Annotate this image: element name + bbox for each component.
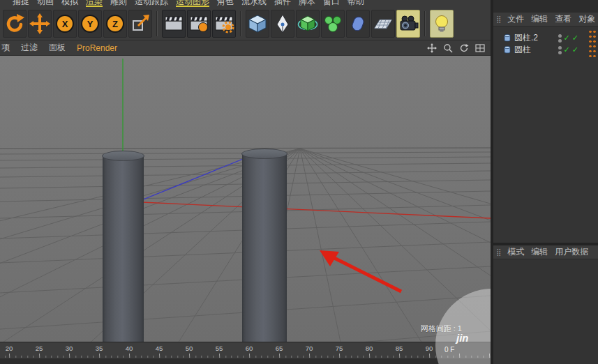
camera-icon[interactable] — [396, 10, 420, 38]
z-axis-lock-button[interactable]: Z — [103, 10, 127, 38]
zoom-icon[interactable] — [443, 43, 453, 53]
floor-grid-icon[interactable] — [371, 10, 395, 38]
timeline-frame-label: 90 — [426, 344, 433, 352]
viewport-menubar: 项 过滤面板 ProRender — [0, 40, 491, 56]
menu-item[interactable]: 捕捉 — [13, 0, 29, 7]
main-area: 捕捉动画模拟渲染雕刻运动跟踪运动图形角色流水线插件脚本窗口帮助 X Y Z — [0, 0, 491, 364]
timeline-end-label: 0 F — [444, 346, 454, 354]
y-axis-letter: Y — [81, 15, 99, 33]
timeline-frame-label: 55 — [216, 344, 223, 352]
render-view-icon[interactable] — [162, 10, 186, 38]
timeline-frame-label: 25 — [36, 344, 43, 352]
toolbar: X Y Z — [0, 8, 491, 40]
rotate-view-icon[interactable] — [459, 43, 469, 53]
tag-check-icon[interactable]: ✓ — [572, 33, 578, 43]
object-manager-menu-item[interactable]: 对象 — [575, 13, 598, 25]
viewport-nav-controls — [427, 43, 491, 53]
menu-item[interactable]: 角色 — [217, 0, 234, 7]
attribute-manager-header: ⣿ 模式编辑用户数据 — [493, 245, 598, 259]
cylinder-object-right[interactable] — [242, 153, 287, 342]
menu-item[interactable]: 动画 — [37, 0, 54, 7]
panel-grip-icon[interactable]: ⣿ — [496, 15, 501, 23]
right-panels: ⣿ 文件编辑查看对象 圆柱.2 ✓ ✓ 圆柱 — [493, 0, 598, 364]
undo-icon[interactable] — [3, 10, 27, 38]
timeline-minor-ticks — [0, 356, 491, 358]
object-row[interactable]: 圆柱 ✓ ✓ — [493, 44, 598, 56]
timeline-frame-label: 60 — [246, 344, 253, 352]
bottom-edge — [0, 358, 491, 364]
panel-top-edge — [493, 0, 598, 13]
modeling-spheres-icon[interactable] — [321, 10, 345, 38]
timeline-frame-label: 50 — [186, 344, 193, 352]
timeline-frame-label: 65 — [276, 344, 283, 352]
cylinder-object-left[interactable] — [103, 155, 144, 342]
menu-item[interactable]: 流水线 — [241, 0, 267, 7]
viewport-3d[interactable]: 网格间距 : 1 — [0, 56, 491, 342]
attribute-manager-menu-item[interactable]: 模式 — [504, 246, 528, 258]
timeline-frame-label: 30 — [66, 344, 73, 352]
toolbar-separator — [156, 11, 158, 36]
timeline-frame-label: 45 — [156, 344, 163, 352]
toggle-views-icon[interactable] — [475, 43, 485, 53]
menu-item[interactable]: 插件 — [274, 0, 291, 7]
timeline-frame-label: 20 — [6, 344, 13, 352]
toolbar-separator — [240, 11, 241, 36]
object-manager-header: ⣿ 文件编辑查看对象 — [493, 13, 598, 26]
pan-icon[interactable] — [427, 43, 437, 53]
object-row[interactable]: 圆柱.2 ✓ ✓ — [493, 32, 598, 44]
timeline-frame-label: 80 — [366, 344, 373, 352]
menu-item[interactable]: 雕刻 — [110, 0, 127, 7]
deformer-icon[interactable] — [346, 10, 370, 38]
menu-item[interactable]: 帮助 — [347, 0, 364, 7]
dock-handle-dots[interactable] — [588, 29, 597, 57]
object-manager-menu-item[interactable]: 文件 — [504, 13, 528, 25]
object-name[interactable]: 圆柱.2 — [514, 32, 538, 44]
viewport-menu-item[interactable]: 过滤 — [15, 42, 43, 54]
object-manager-menu-item[interactable]: 编辑 — [528, 13, 551, 25]
attribute-manager-menu-item[interactable]: 用户数据 — [551, 246, 592, 258]
viewport-menu-item[interactable]: 面板 — [43, 42, 71, 54]
tag-check-icon[interactable]: ✓ — [572, 45, 578, 54]
viewport-menu-prorender[interactable]: ProRender — [71, 43, 123, 53]
timeline-frame-label: 35 — [96, 344, 103, 352]
y-axis-lock-button[interactable]: Y — [78, 10, 102, 38]
pen-spline-icon[interactable] — [271, 10, 294, 38]
timeline-frame-label: 85 — [396, 344, 403, 352]
visibility-dots[interactable] — [558, 34, 562, 43]
enabled-check-icon[interactable]: ✓ — [564, 33, 570, 43]
x-axis-letter: X — [56, 15, 74, 33]
x-axis-lock-button[interactable]: X — [53, 10, 77, 38]
object-manager-list[interactable]: 圆柱.2 ✓ ✓ 圆柱 ✓ ✓ — [493, 26, 598, 243]
coordinate-system-icon[interactable] — [128, 10, 152, 38]
enabled-check-icon[interactable]: ✓ — [564, 45, 570, 54]
timeline-ruler[interactable]: 202530354045505560657075808590 0 F — [0, 342, 491, 358]
z-axis-letter: Z — [106, 15, 124, 33]
add-primitive-cube-icon[interactable] — [246, 10, 269, 38]
attribute-manager-menu-item[interactable]: 编辑 — [528, 246, 551, 258]
toolbar-separator — [424, 11, 426, 36]
menu-item[interactable]: 脚本 — [299, 0, 315, 7]
edit-render-settings-icon[interactable] — [212, 10, 236, 38]
menu-bar: 捕捉动画模拟渲染雕刻运动跟踪运动图形角色流水线插件脚本窗口帮助 — [0, 0, 491, 8]
render-picture-viewer-icon[interactable] — [187, 10, 211, 38]
move-icon[interactable] — [28, 10, 52, 38]
menu-item[interactable]: 窗口 — [323, 0, 340, 7]
attribute-manager-area — [493, 259, 598, 364]
object-name[interactable]: 圆柱 — [514, 44, 531, 56]
cylinder-object-icon — [503, 33, 511, 43]
watermark-text: jin — [456, 332, 469, 344]
generator-cube-icon[interactable] — [296, 10, 320, 38]
menu-item[interactable]: 运动跟踪 — [135, 0, 168, 7]
timeline-frame-label: 75 — [336, 344, 343, 352]
menu-item[interactable]: 渲染 — [86, 0, 103, 7]
menu-item[interactable]: 模拟 — [61, 0, 78, 7]
object-manager-menu-item[interactable]: 查看 — [551, 13, 575, 25]
visibility-dots[interactable] — [558, 46, 562, 54]
viewport-menu-partial[interactable]: 项 — [0, 42, 15, 54]
timeline-frame-label: 70 — [306, 344, 313, 352]
light-icon[interactable] — [430, 10, 454, 38]
cylinder-object-icon — [503, 45, 511, 54]
panel-grip-icon[interactable]: ⣿ — [496, 248, 501, 256]
cinema4d-window: 捕捉动画模拟渲染雕刻运动跟踪运动图形角色流水线插件脚本窗口帮助 X Y Z — [0, 0, 598, 364]
menu-item[interactable]: 运动图形 — [176, 0, 209, 7]
